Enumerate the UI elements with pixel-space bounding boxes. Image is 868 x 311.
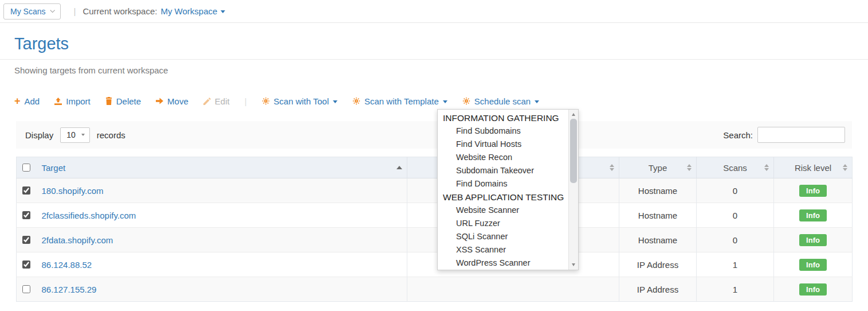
page-title: Targets	[14, 34, 868, 53]
records-label: records	[97, 130, 125, 140]
row-checkbox[interactable]	[22, 186, 30, 195]
import-label: Import	[66, 96, 91, 106]
move-button[interactable]: Move	[156, 96, 188, 106]
edit-button[interactable]: Edit	[203, 96, 230, 106]
row-checkbox[interactable]	[22, 236, 30, 244]
menu-item[interactable]: URL Fuzzer	[438, 217, 568, 230]
row-checkbox[interactable]	[22, 285, 30, 293]
scans-cell: 0	[697, 228, 774, 252]
row-checkbox[interactable]	[22, 211, 30, 219]
search-input[interactable]	[757, 127, 845, 143]
column-header-risk[interactable]: Risk level	[774, 157, 853, 178]
scroll-down-button[interactable]	[569, 261, 578, 269]
scrollbar[interactable]	[568, 110, 578, 270]
menu-group-header: INFORMATION GATHERING	[438, 111, 568, 125]
target-link[interactable]: 2fdata.shopify.com	[42, 235, 113, 245]
edit-label: Edit	[215, 96, 230, 106]
table-row: 2fdata.shopify.com Hostname 0 Info	[17, 228, 853, 252]
menu-item[interactable]: XSS Scanner	[438, 243, 568, 256]
sort-icon[interactable]	[610, 164, 614, 171]
scroll-up-button[interactable]	[569, 110, 578, 119]
table-header-row: Target Type Scans Risk level	[17, 157, 853, 178]
menu-item[interactable]: Find Domains	[438, 177, 568, 191]
menu-item[interactable]: Website Recon	[438, 151, 568, 164]
add-label: Add	[25, 96, 40, 106]
row-select-cell	[17, 228, 36, 252]
table-row: 2fclassifieds.shopify.com Hostname 0 Inf…	[17, 203, 853, 228]
risk-badge: Info	[799, 185, 827, 197]
trash-icon	[105, 97, 112, 105]
empty-cell	[407, 277, 619, 302]
caret-down-icon	[81, 134, 85, 136]
risk-badge: Info	[799, 259, 827, 271]
schedule-scan-button[interactable]: Schedule scan	[462, 96, 539, 106]
column-header-target[interactable]: Target	[36, 157, 407, 178]
menu-item[interactable]: Find Subdomains	[438, 125, 568, 138]
menu-item[interactable]: SQLi Scanner	[438, 230, 568, 243]
target-column-label: Target	[42, 163, 66, 173]
risk-badge: Info	[799, 209, 827, 221]
page-length-select[interactable]: 10	[60, 127, 90, 143]
table-controls: Display 10 records Search:	[16, 121, 852, 149]
workspace-label: Current workspace:	[83, 6, 157, 16]
column-header-scans[interactable]: Scans	[697, 157, 774, 178]
scans-cell: 1	[697, 277, 774, 302]
menu-item[interactable]: Find Virtual Hosts	[438, 138, 568, 151]
row-select-cell	[17, 178, 36, 203]
type-cell: IP Address	[619, 252, 697, 277]
risk-cell: Info	[774, 277, 853, 302]
scan-with-tool-button[interactable]: Scan with Tool	[262, 96, 337, 106]
menu-group-header: WEB APPLICATION TESTING	[438, 191, 568, 204]
table-row: 86.124.88.52 IP Address 1 Info	[17, 252, 853, 277]
risk-cell: Info	[774, 203, 853, 228]
sort-icon[interactable]	[687, 164, 692, 171]
page-length-value: 10	[66, 130, 76, 139]
select-all-checkbox[interactable]	[22, 164, 30, 172]
scans-cell: 0	[697, 178, 774, 203]
top-bar: My Scans | Current workspace: My Workspa…	[0, 0, 868, 23]
display-label: Display	[25, 130, 53, 140]
import-button[interactable]: Import	[54, 96, 91, 106]
table-row: 180.shopify.com Hostname 0 Info	[17, 178, 853, 203]
caret-down-icon	[443, 100, 447, 103]
menu-item[interactable]: Website Scanner	[438, 204, 568, 217]
caret-down-icon	[535, 100, 539, 103]
arrow-right-icon	[156, 98, 163, 104]
plus-icon: +	[14, 96, 21, 106]
my-scans-dropdown[interactable]: My Scans	[3, 3, 61, 20]
risk-badge: Info	[799, 283, 827, 296]
workspace-selector[interactable]: My Workspace	[160, 6, 225, 16]
add-button[interactable]: + Add	[14, 96, 40, 106]
sort-asc-icon[interactable]	[396, 166, 402, 169]
sort-icon[interactable]	[764, 164, 769, 171]
caret-down-icon	[333, 100, 337, 103]
targets-table-body: 180.shopify.com Hostname 0 Info 2fclassi…	[17, 178, 853, 302]
toolbar-separator: |	[245, 96, 247, 106]
schedule-scan-menu-list: INFORMATION GATHERINGFind SubdomainsFind…	[438, 110, 568, 270]
target-cell: 86.127.155.29	[36, 277, 407, 302]
target-link[interactable]: 86.127.155.29	[42, 285, 97, 294]
my-scans-label: My Scans	[10, 7, 45, 16]
menu-item[interactable]: Subdomain Takeover	[438, 164, 568, 177]
scan-with-template-label: Scan with Template	[364, 96, 439, 106]
row-checkbox[interactable]	[22, 261, 30, 269]
targets-table: Target Type Scans Risk level	[16, 157, 853, 302]
scroll-thumb[interactable]	[570, 119, 577, 183]
sort-icon[interactable]	[843, 164, 847, 171]
target-link[interactable]: 180.shopify.com	[42, 186, 104, 196]
target-link[interactable]: 86.124.88.52	[42, 260, 92, 270]
scan-with-template-button[interactable]: Scan with Template	[352, 96, 447, 106]
scans-cell: 0	[697, 203, 774, 228]
topbar-separator: |	[73, 6, 76, 16]
move-label: Move	[167, 96, 188, 106]
column-header-type[interactable]: Type	[619, 157, 697, 178]
delete-button[interactable]: Delete	[105, 96, 141, 106]
gear-icon	[262, 97, 270, 105]
workspace-name: My Workspace	[160, 6, 217, 16]
target-link[interactable]: 2fclassifieds.shopify.com	[42, 211, 136, 220]
risk-badge: Info	[799, 234, 827, 246]
type-cell: Hostname	[619, 228, 697, 252]
gear-icon	[352, 97, 360, 105]
schedule-scan-menu: INFORMATION GATHERINGFind SubdomainsFind…	[437, 109, 579, 270]
menu-item[interactable]: WordPress Scanner	[438, 256, 568, 270]
